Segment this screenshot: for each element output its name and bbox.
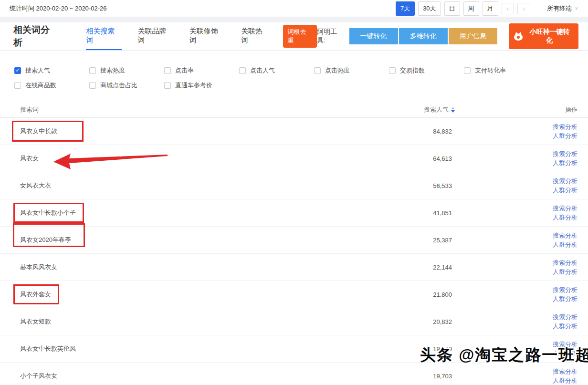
keyword-cell: 风衣女中长款 — [20, 127, 395, 135]
crowd-analysis-link[interactable]: 人群分析 — [553, 187, 578, 194]
next-period-icon[interactable]: › — [517, 3, 530, 14]
checkbox-checked-icon — [14, 67, 21, 74]
range-day-button[interactable]: 日 — [444, 1, 460, 16]
action-cell: 搜索分析 人群分析 — [542, 150, 578, 167]
tab-bar: 相关搜索词 关联品牌词 关联修饰词 关联热词 — [86, 22, 269, 50]
date-range-controls: 7天 30天 日 周 月 ‹ › 所有终端 ∨ — [396, 1, 578, 16]
table-row: 风衣女短款 20,832 搜索分析 人群分析 — [0, 308, 588, 335]
terminal-selector[interactable]: 所有终端 ∨ — [547, 4, 578, 13]
metric-click-heat[interactable]: 点击热度 — [314, 66, 389, 75]
col-keyword: 搜索词 — [20, 105, 398, 114]
range-week-button[interactable]: 周 — [463, 1, 479, 16]
metric-click-popularity[interactable]: 点击人气 — [239, 66, 314, 75]
table-row: 风衣女中长款小个子 41,851 搜索分析 人群分析 — [0, 199, 588, 227]
search-popularity-value: 19,703 — [395, 373, 452, 380]
keyword: 风衣外套女 — [20, 291, 51, 298]
red-box-annotation: 风衣外套女 — [13, 284, 59, 304]
crowd-analysis-link[interactable]: 人群分析 — [553, 159, 578, 167]
keyword-cell: 风衣外套女 — [20, 290, 395, 299]
keyword: 女风衣大衣 — [20, 182, 51, 189]
range-30d-button[interactable]: 30天 — [418, 1, 441, 16]
search-popularity-value: 25,387 — [395, 237, 452, 244]
watermark: 头条 @淘宝之路一班超 — [420, 344, 588, 366]
metric-mall-click-share[interactable]: 商城点击占比 — [89, 81, 164, 90]
keyword-cell: 风衣女短款 — [20, 317, 395, 326]
action-cell: 搜索分析 人群分析 — [542, 313, 578, 330]
keyword: 风衣女中长款小个子 — [20, 209, 76, 216]
crowd-analysis-link[interactable]: 人群分析 — [553, 214, 578, 221]
checkbox-icon — [389, 67, 396, 74]
tab-related-hot-words[interactable]: 关联热词 — [241, 22, 269, 50]
search-popularity-value: 64,613 — [395, 155, 452, 162]
checkbox-icon — [164, 67, 171, 74]
col-action: 操作 — [542, 105, 578, 114]
metric-trade-index[interactable]: 交易指数 — [389, 66, 464, 75]
action-cell: 搜索分析 人群分析 — [542, 177, 578, 194]
search-analysis-link[interactable]: 搜索分析 — [553, 259, 578, 267]
metric-pay-conversion[interactable]: 支付转化率 — [464, 66, 539, 75]
search-analysis-link[interactable]: 搜索分析 — [553, 205, 578, 212]
search-analysis-link[interactable]: 搜索分析 — [553, 313, 578, 321]
crowd-analysis-link[interactable]: 人群分析 — [553, 323, 578, 330]
sort-icon[interactable] — [451, 107, 455, 113]
search-popularity-value: 84,832 — [395, 128, 452, 135]
page-title: 相关词分析 — [13, 24, 58, 49]
range-7d-button[interactable]: 7天 — [396, 1, 415, 16]
checkbox-icon — [164, 82, 171, 89]
table-header: 搜索词 搜索人气 操作 — [0, 102, 588, 118]
crowd-analysis-link[interactable]: 人群分析 — [553, 241, 578, 249]
keyword: 风衣女 — [20, 155, 39, 162]
action-cell: 搜索分析 人群分析 — [542, 259, 578, 276]
action-cell: 搜索分析 人群分析 — [542, 232, 578, 249]
action-cell: 搜索分析 人群分析 — [542, 123, 578, 140]
one-key-convert-button[interactable]: 一键转化 — [349, 28, 398, 44]
metric-search-popularity[interactable]: 搜索人气 — [14, 66, 89, 75]
keyword: 赫本风风衣女 — [20, 263, 57, 271]
tab-related-modifier-words[interactable]: 关联修饰词 — [189, 22, 225, 50]
word-root-dedupe-button[interactable]: 词根去重 — [283, 25, 317, 48]
search-analysis-link[interactable]: 搜索分析 — [553, 150, 578, 158]
metric-click-rate[interactable]: 点击率 — [164, 66, 239, 75]
prev-period-icon[interactable]: ‹ — [502, 3, 514, 14]
search-popularity-value: 41,851 — [395, 209, 452, 217]
search-analysis-link[interactable]: 搜索分析 — [553, 286, 578, 294]
tab-related-brand-words[interactable]: 关联品牌词 — [138, 22, 173, 50]
checkbox-icon — [239, 67, 246, 74]
table-row: 赫本风风衣女 22,144 搜索分析 人群分析 — [0, 254, 588, 281]
metric-checkbox-group: 搜索人气 搜索热度 点击率 点击人气 点击热度 交易指数 支付转化率 在线商品数… — [0, 51, 588, 98]
col-search-popularity: 搜索人气 — [398, 105, 455, 114]
xiaowangshen-convert-button[interactable]: 小旺神一键转化 — [509, 23, 578, 49]
crowd-analysis-link[interactable]: 人群分析 — [553, 295, 578, 303]
keyword-cell: 风衣女中长款英伦风 — [20, 344, 395, 353]
table-row: 风衣外套女 21,800 搜索分析 人群分析 — [0, 281, 588, 308]
metric-online-products[interactable]: 在线商品数 — [14, 81, 89, 90]
keyword: 风衣女中长款英伦风 — [20, 345, 76, 352]
table-row: 风衣女 64,613 搜索分析 人群分析 — [0, 145, 588, 172]
crowd-analysis-link[interactable]: 人群分析 — [553, 132, 578, 140]
stat-time-label: 统计时间 2020-02-20 ~ 2020-02-26 — [10, 4, 106, 13]
keyword-cell: 女风衣大衣 — [20, 181, 395, 190]
table-row: 风衣女中长款 84,832 搜索分析 人群分析 — [0, 118, 588, 145]
keyword: 小个子风衣女 — [20, 372, 57, 379]
range-month-button[interactable]: 月 — [483, 1, 498, 16]
crowd-analysis-link[interactable]: 人群分析 — [553, 377, 578, 385]
top-bar: 统计时间 2020-02-20 ~ 2020-02-26 7天 30天 日 周 … — [0, 0, 588, 17]
search-analysis-link[interactable]: 搜索分析 — [553, 123, 578, 131]
keyword-cell: 风衣女 — [20, 154, 395, 163]
keyword: 风衣女短款 — [20, 318, 51, 325]
keyword-cell: 小个子风衣女 — [20, 372, 395, 380]
keyword-cell: 赫本风风衣女 — [20, 263, 395, 271]
metric-search-heat[interactable]: 搜索热度 — [89, 66, 164, 75]
user-info-button[interactable]: 用户信息 — [449, 28, 497, 44]
search-analysis-link[interactable]: 搜索分析 — [553, 232, 578, 239]
cat-mascot-icon — [514, 32, 523, 41]
crowd-analysis-link[interactable]: 人群分析 — [553, 268, 578, 276]
tab-related-search-words[interactable]: 相关搜索词 — [86, 22, 121, 50]
action-cell: 搜索分析 人群分析 — [542, 368, 578, 385]
multi-dim-convert-button[interactable]: 多维转化 — [399, 28, 448, 44]
metric-ztc-reference-price[interactable]: 直通车参考价 — [164, 81, 239, 90]
search-analysis-link[interactable]: 搜索分析 — [553, 368, 578, 375]
checkbox-icon — [314, 67, 321, 74]
divider-strip — [0, 17, 588, 22]
search-analysis-link[interactable]: 搜索分析 — [553, 177, 578, 185]
